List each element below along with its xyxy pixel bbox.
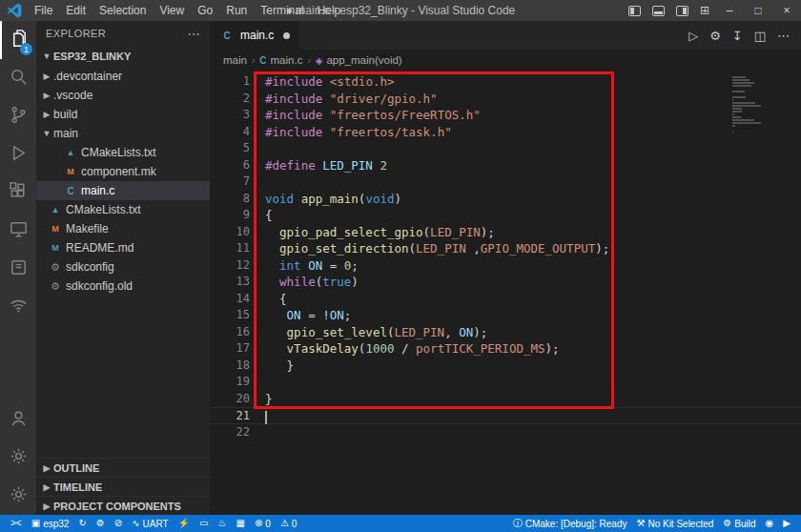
menu-go[interactable]: Go (191, 0, 219, 21)
file-row-sdkconfig-old[interactable]: ⚙sdkconfig.old (36, 276, 210, 296)
activity-wireless[interactable] (0, 288, 36, 326)
tab-main-c[interactable]: C main.c (210, 21, 299, 50)
toggle-secondary-sidebar-icon[interactable] (676, 6, 688, 16)
file-row-readme-md[interactable]: MREADME.md (36, 238, 210, 257)
line-content: void app_main(void) (265, 191, 401, 208)
status-monitor[interactable]: ▭ (195, 515, 213, 532)
status-build-button[interactable]: ⚙Build (718, 515, 760, 532)
activity-manage[interactable] (0, 477, 36, 515)
breadcrumb-item[interactable]: app_main(void) (326, 54, 401, 66)
section-outline[interactable]: ▶OUTLINE (36, 458, 210, 477)
activity-explorer[interactable]: 1 (0, 21, 36, 59)
modified-dot-icon[interactable] (283, 32, 290, 39)
file-row-cmakelists-txt[interactable]: ▲CMakeLists.txt (36, 200, 210, 219)
status-warnings[interactable]: ⚠0 (276, 515, 302, 532)
activity-remote-explorer[interactable] (0, 212, 36, 250)
code-line[interactable]: 13 while(true) (210, 274, 801, 291)
activity-run-debug[interactable] (0, 135, 36, 174)
activity-search[interactable] (0, 59, 36, 97)
code-line[interactable]: 22 (210, 424, 801, 441)
code-line[interactable]: 6#define LED_PIN 2 (210, 157, 801, 174)
breadcrumb-item[interactable]: main.c (271, 54, 303, 66)
status-serial-port[interactable]: ∿UART (127, 515, 173, 532)
file-row-main-c[interactable]: Cmain.c (36, 181, 210, 200)
more-actions-icon[interactable]: ⋯ (777, 30, 790, 42)
line-number: 16 (210, 324, 254, 341)
vscode-window: FileEditSelectionViewGoRunTerminalHelp ●… (0, 0, 801, 532)
code-line[interactable]: 11 gpio_set_direction(LED_PIN ,GPIO_MODE… (210, 240, 801, 257)
section-project-components[interactable]: ▶PROJECT COMPONENTS (36, 496, 210, 515)
status-launch[interactable]: ▶ (778, 515, 795, 532)
activity-esp-idf[interactable] (0, 250, 36, 288)
status-debug-target[interactable]: ◉ (761, 515, 779, 532)
code-line[interactable]: 2#include "driver/gpio.h" (210, 91, 801, 108)
menu-selection[interactable]: Selection (92, 0, 153, 21)
code-line[interactable]: 5 (210, 140, 801, 157)
folder-row--vscode[interactable]: ▶.vscode (36, 86, 210, 105)
explorer-sidebar: EXPLORER ⋯ ▼ ESP32_BLINKY ▶.devcontainer… (36, 21, 210, 515)
code-line[interactable]: 12 int ON = 0; (210, 257, 801, 275)
code-line[interactable]: 21 (210, 407, 801, 424)
explorer-more-actions-icon[interactable]: ⋯ (188, 27, 200, 41)
toggle-sidebar-icon[interactable] (628, 6, 641, 16)
split-editor-icon[interactable]: ◫ (754, 30, 766, 42)
folder-row-main[interactable]: ▼main (36, 124, 210, 143)
settings-gear-icon[interactable]: ⚙ (709, 30, 721, 42)
file-row-makefile[interactable]: MMakefile (36, 219, 210, 238)
menu-run[interactable]: Run (219, 0, 254, 21)
code-line[interactable]: 16 gpio_set_level(LED_PIN, ON); (210, 324, 801, 341)
breadcrumb-item[interactable]: main (223, 54, 247, 66)
code-line[interactable]: 9{ (210, 207, 801, 224)
menu-view[interactable]: View (153, 0, 191, 21)
activity-settings[interactable] (0, 439, 36, 477)
run-button-icon[interactable]: ▷ (688, 30, 698, 42)
code-line[interactable]: 18 } (210, 358, 801, 375)
activity-accounts[interactable] (0, 400, 36, 439)
code-line[interactable]: 7 (210, 174, 801, 191)
code-line[interactable]: 3#include "freertos/FreeRTOS.h" (210, 107, 801, 124)
project-root-row[interactable]: ▼ ESP32_BLINKY (36, 46, 210, 67)
manage-icon (8, 483, 30, 509)
activity-extensions[interactable] (0, 174, 36, 212)
code-line[interactable]: 14 { (210, 291, 801, 308)
minimize-button[interactable]: – (715, 0, 744, 21)
status-menuconfig[interactable]: ⚙ (92, 515, 110, 532)
status-cmake-status[interactable]: ⓘCMake: [Debug]: Ready (508, 515, 632, 532)
minimap[interactable] (732, 76, 763, 139)
code-line[interactable]: 20} (210, 391, 801, 408)
status-remote-indicator[interactable]: >< (6, 515, 27, 532)
file-row-component-mk[interactable]: Mcomponent.mk (36, 162, 210, 181)
status-chip[interactable]: ▦ (231, 515, 249, 532)
folder-row-build[interactable]: ▶build (36, 105, 210, 124)
customize-layout-icon[interactable]: ⊞ (700, 4, 709, 17)
code-line[interactable]: 10 gpio_pad_select_gpio(LED_PIN); (210, 224, 801, 241)
menu-file[interactable]: File (28, 0, 59, 21)
maximize-button[interactable]: □ (744, 0, 772, 21)
status-errors[interactable]: ⊗0 (250, 515, 276, 532)
file-row-cmakelists-txt[interactable]: ▲CMakeLists.txt (36, 143, 210, 162)
status-idf-target[interactable]: ▣esp32 (27, 515, 74, 532)
code-line[interactable]: 1#include <stdio.h> (210, 73, 801, 91)
activity-source-control[interactable] (0, 97, 36, 135)
code-line[interactable]: 4#include "freertos/task.h" (210, 124, 801, 141)
code-line[interactable]: 19 (210, 374, 801, 391)
status-flash[interactable]: ⚡ (174, 515, 195, 532)
install-icon-icon[interactable]: ↧ (732, 30, 743, 42)
status-full-clean[interactable]: ⊘ (110, 515, 127, 532)
section-timeline[interactable]: ▶TIMELINE (36, 477, 210, 496)
status-sync[interactable]: ↻ (73, 515, 91, 532)
full-clean-icon: ⊘ (114, 519, 122, 528)
activity-badge: 1 (20, 43, 32, 55)
code-line[interactable]: 17 vTaskDelay(1000 / portTICK_PERIOD_MS)… (210, 340, 801, 358)
menu-edit[interactable]: Edit (59, 0, 92, 21)
line-content: gpio_set_level(LED_PIN, ON); (265, 324, 487, 341)
code-line[interactable]: 8void app_main(void) (210, 191, 801, 208)
status-flame[interactable]: ♨ (214, 515, 232, 532)
status-kit-selector[interactable]: ⚒No Kit Selected (631, 515, 718, 532)
code-editor[interactable]: 1#include <stdio.h>2#include "driver/gpi… (210, 71, 801, 515)
toggle-panel-icon[interactable] (652, 6, 665, 16)
close-button[interactable]: × (772, 0, 801, 21)
code-line[interactable]: 15 ON = !ON; (210, 307, 801, 324)
folder-row--devcontainer[interactable]: ▶.devcontainer (36, 67, 210, 86)
file-row-sdkconfig[interactable]: ⚙sdkconfig (36, 257, 210, 276)
